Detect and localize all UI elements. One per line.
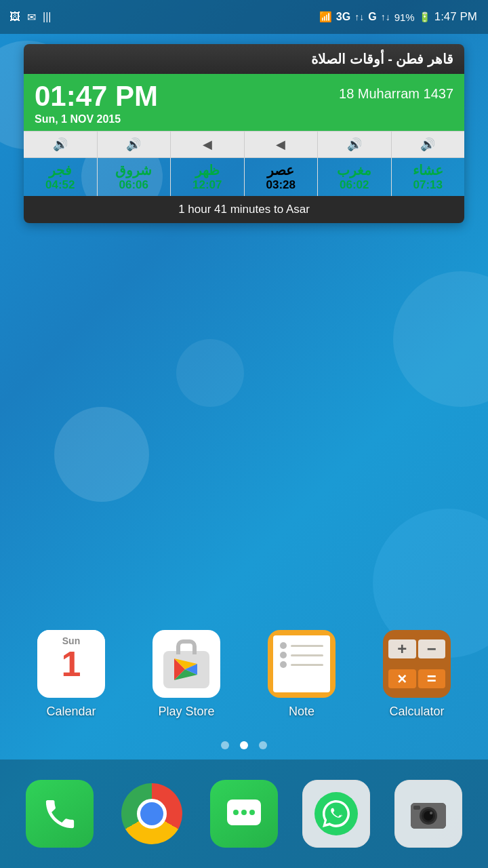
widget-body: 01:47 PM Sun, 1 NOV 2015 18 Muharram 143…	[24, 74, 464, 131]
widget-gregorian-date: Sun, 1 NOV 2015	[35, 113, 158, 125]
battery-level: 91%	[394, 12, 415, 23]
signal-bars-icon: |||	[43, 11, 51, 23]
prayer-isha[interactable]: عشاء 07:13	[392, 158, 465, 196]
prayer-name-dhuhr: ظهر	[172, 162, 243, 178]
status-bar: 🖼 ✉ ||| 📶 3G ↑↓ G ↑↓ 91% 🔋 1:47 PM	[0, 0, 488, 34]
playstore-label: Play Store	[158, 705, 214, 719]
messages-app[interactable]	[210, 780, 278, 848]
network-3g-label: 3G	[336, 11, 350, 23]
messages-icon	[224, 794, 264, 833]
note-app[interactable]: Note	[268, 630, 336, 719]
chrome-inner-circle	[137, 799, 167, 829]
camera-app[interactable]	[394, 780, 462, 848]
status-icons-left: 🖼 ✉ |||	[9, 11, 51, 24]
prayer-time-shuruq: 06:06	[99, 178, 169, 192]
sound-icon-asar[interactable]: ◀	[245, 132, 319, 157]
calculator-label: Calculator	[389, 705, 444, 719]
widget-hijri-container: 18 Muharram 1437	[339, 82, 453, 102]
prayer-maghrib[interactable]: مغرب 06:02	[318, 158, 392, 196]
svg-point-8	[241, 810, 247, 815]
whatsapp-app[interactable]	[302, 780, 370, 848]
prayer-widget: قاهر فطن - أوقات الصلاة 01:47 PM Sun, 1 …	[24, 44, 464, 223]
prayer-time-maghrib: 06:02	[319, 178, 390, 192]
calendar-label: Calendar	[46, 705, 96, 719]
sound-icon-shuruq[interactable]: 🔊	[98, 132, 171, 157]
prayer-shuruq[interactable]: شروق 06:06	[98, 158, 171, 196]
sound-icon-maghrib[interactable]: 🔊	[318, 132, 392, 157]
clock-display: 1:47 PM	[434, 10, 477, 24]
page-dot-2[interactable]	[240, 741, 248, 749]
signal-icon-1: ↑↓	[354, 12, 364, 22]
prayer-time-fajr: 04:52	[25, 178, 96, 192]
status-info-right: 📶 3G ↑↓ G ↑↓ 91% 🔋 1:47 PM	[319, 10, 477, 24]
playstore-icon	[152, 630, 220, 698]
prayer-name-shuruq: شروق	[99, 162, 169, 178]
page-dot-1[interactable]	[221, 741, 229, 749]
calc-equals: =	[418, 669, 446, 688]
calendar-date: 1	[62, 646, 81, 682]
widget-clock: 01:47 PM	[35, 82, 158, 111]
widget-title: قاهر فطن - أوقات الصلاة	[311, 52, 453, 66]
prayer-name-fajr: فجر	[25, 162, 96, 178]
calendar-icon: Sun 1	[37, 630, 105, 698]
svg-point-9	[249, 810, 255, 815]
calc-plus: +	[388, 639, 416, 658]
phone-icon	[41, 795, 79, 833]
page-dots	[0, 741, 488, 749]
page-dot-3[interactable]	[259, 741, 267, 749]
battery-icon: 🔋	[419, 12, 430, 22]
calculator-icon: + − × =	[383, 630, 451, 698]
prayer-time-asar: 03:28	[246, 178, 317, 192]
prayer-times-row: فجر 04:52 شروق 06:06 ظهر 12:07 عصر 03:28…	[24, 157, 464, 196]
chrome-app[interactable]	[118, 780, 186, 848]
mail-icon: ✉	[27, 11, 36, 24]
widget-clock-container: 01:47 PM Sun, 1 NOV 2015	[35, 82, 158, 125]
network-g-label: G	[368, 11, 376, 23]
note-icon	[268, 630, 336, 698]
calendar-app[interactable]: Sun 1 Calendar	[37, 630, 105, 719]
playstore-app[interactable]: Play Store	[152, 630, 220, 719]
calc-multiply: ×	[388, 669, 416, 688]
widget-footer: 1 hour 41 minutes to Asar	[24, 196, 464, 223]
prayer-asar[interactable]: عصر 03:28	[245, 158, 319, 196]
widget-time-row: 01:47 PM Sun, 1 NOV 2015 18 Muharram 143…	[35, 82, 453, 125]
sound-icon-dhuhr[interactable]: ◀	[171, 132, 245, 157]
widget-hijri-date: 18 Muharram 1437	[339, 86, 453, 102]
dock	[0, 760, 488, 868]
svg-point-7	[233, 810, 239, 815]
whatsapp-icon	[313, 791, 359, 837]
calc-minus: −	[418, 639, 446, 658]
svg-rect-17	[413, 806, 420, 810]
prayer-dhuhr[interactable]: ظهر 12:07	[171, 158, 245, 196]
prayer-sound-row: 🔊 🔊 ◀ ◀ 🔊 🔊	[24, 131, 464, 157]
sound-icon-isha[interactable]: 🔊	[392, 132, 465, 157]
wifi-icon: 📶	[319, 11, 332, 23]
app-grid: Sun 1 Calendar Play Store	[0, 630, 488, 719]
phone-app[interactable]	[26, 780, 94, 848]
chrome-icon	[121, 783, 182, 844]
prayer-name-isha: عشاء	[393, 162, 464, 178]
svg-point-10	[314, 792, 358, 835]
sound-icon-fajr[interactable]: 🔊	[24, 132, 98, 157]
prayer-time-isha: 07:13	[393, 178, 464, 192]
svg-point-16	[430, 812, 432, 814]
camera-icon	[408, 793, 449, 834]
prayer-name-asar: عصر	[246, 162, 317, 178]
prayer-name-maghrib: مغرب	[319, 162, 390, 178]
calculator-app[interactable]: + − × = Calculator	[383, 630, 451, 719]
photo-icon: 🖼	[9, 11, 20, 23]
widget-header: قاهر فطن - أوقات الصلاة	[24, 44, 464, 74]
prayer-countdown: 1 hour 41 minutes to Asar	[178, 203, 310, 216]
note-label: Note	[289, 705, 314, 719]
prayer-fajr[interactable]: فجر 04:52	[24, 158, 98, 196]
signal-icon-2: ↑↓	[381, 12, 390, 22]
prayer-time-dhuhr: 12:07	[172, 178, 243, 192]
